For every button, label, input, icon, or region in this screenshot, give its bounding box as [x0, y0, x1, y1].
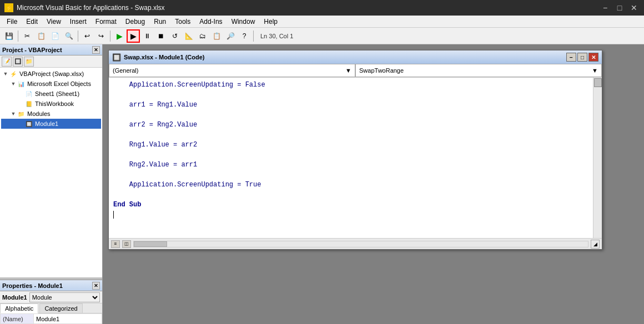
resize-handle[interactable]: ◢: [591, 240, 600, 249]
menu-edit[interactable]: Edit: [22, 16, 42, 27]
proj-view-code[interactable]: 📝: [2, 57, 12, 67]
code-win-restore[interactable]: □: [577, 53, 587, 62]
expand-icon-excel: ▼: [10, 80, 17, 87]
prop-name-label: (Name): [1, 314, 34, 324]
code-line: arr1 = Rng1.Value: [109, 100, 593, 110]
menu-addins[interactable]: Add-Ins: [195, 16, 227, 27]
tb-find[interactable]: 🔍: [62, 29, 76, 43]
code-window-controls: − □ ✕: [566, 53, 598, 62]
view-proc-btn[interactable]: ◫: [122, 240, 131, 248]
tb-stop[interactable]: ⏹: [154, 29, 168, 43]
code-line: Rng1.Value = arr2: [109, 140, 593, 150]
code-line: [109, 190, 593, 200]
tree-excel-label: Microsoft Excel Objects: [27, 80, 91, 87]
menu-help[interactable]: Help: [259, 16, 282, 27]
menu-window[interactable]: Window: [227, 16, 260, 27]
code-dropdown-left-text: (General): [113, 67, 138, 74]
code-editor[interactable]: Application.ScreenUpdating = False arr1 …: [109, 78, 593, 238]
tb-objectbrowser[interactable]: 🔎: [224, 29, 237, 43]
tb-help[interactable]: ?: [238, 29, 251, 43]
tb-projectexplorer[interactable]: 🗂: [196, 29, 209, 43]
code-dropdown-right-text: SwapTwoRange: [359, 67, 404, 74]
tb-undo[interactable]: ↩: [80, 29, 94, 43]
code-dropdowns: (General) ▼ SwapTwoRange ▼: [109, 64, 602, 78]
tree-vbaproject[interactable]: ▼ ⚡ VBAProject (Swap.xlsx): [1, 69, 101, 79]
prop-type-bar: Module1 Module: [0, 291, 102, 303]
code-window: 🔲 Swap.xlsx - Module1 (Code) − □ ✕ (Gene…: [108, 50, 602, 250]
tree-modules-label: Modules: [27, 110, 51, 117]
tb-sep1: [18, 31, 18, 42]
minimize-button[interactable]: −: [600, 2, 611, 13]
tree-sheet1[interactable]: ▶ 📄 Sheet1 (Sheet1): [1, 89, 101, 99]
view-code-btn[interactable]: ≡: [111, 240, 120, 248]
sheet-icon: 📄: [24, 90, 33, 98]
project-tree[interactable]: ▼ ⚡ VBAProject (Swap.xlsx) ▼ 📊 Microsoft…: [0, 68, 102, 277]
properties-panel-close[interactable]: ✕: [92, 282, 100, 290]
project-panel-title: Project - VBAProject: [2, 47, 62, 53]
tree-thisworkbook[interactable]: ▶ 📒 ThisWorkbook: [1, 99, 101, 109]
prop-name-value[interactable]: Module1: [34, 314, 102, 324]
code-scrollbar-v[interactable]: [593, 78, 602, 238]
folder-icon: 📁: [17, 110, 26, 118]
properties-panel: Properties - Module1 ✕ Module1 Module Al…: [0, 280, 102, 324]
code-window-title-text: Swap.xlsx - Module1 (Code): [124, 54, 204, 60]
tb-sep3: [110, 31, 110, 42]
code-line: [109, 150, 593, 160]
menu-run[interactable]: Run: [149, 16, 170, 27]
code-dropdown-right[interactable]: SwapTwoRange ▼: [355, 64, 602, 77]
close-button[interactable]: ✕: [628, 2, 640, 13]
tb-save[interactable]: 💾: [2, 29, 16, 43]
tb-redo[interactable]: ↪: [94, 29, 108, 43]
prop-table: (Name) Module1: [0, 313, 102, 324]
project-panel-titlebar: Project - VBAProject ✕: [0, 44, 102, 55]
tb-pause[interactable]: ⏸: [140, 29, 154, 43]
title-bar: ⚡ Microsoft Visual Basic for Application…: [0, 0, 644, 16]
project-panel-close[interactable]: ✕: [92, 46, 100, 54]
tree-module1-label: Module1: [35, 120, 58, 127]
menu-insert[interactable]: Insert: [66, 16, 91, 27]
prop-tab-categorized[interactable]: Categorized: [39, 303, 82, 313]
expand-icon-root: ▼: [2, 70, 9, 77]
tb-paste[interactable]: 📄: [48, 29, 62, 43]
code-line: arr2 = Rng2.Value: [109, 120, 593, 130]
workbook-icon: 📒: [24, 100, 33, 108]
tb-run-highlighted[interactable]: ▶: [127, 29, 140, 43]
cursor-position: Ln 30, Col 1: [260, 33, 293, 39]
prop-tab-alphabetic[interactable]: Alphabetic: [0, 303, 38, 313]
tb-copy[interactable]: 📋: [34, 29, 48, 43]
scrollbar-thumb-h: [134, 241, 167, 247]
main-area: Project - VBAProject ✕ 📝 🔲 📁 ▼ ⚡ VBAProj…: [0, 44, 644, 324]
code-win-minimize[interactable]: −: [566, 53, 576, 62]
excel-icon: 📊: [17, 80, 26, 88]
menu-debug[interactable]: Debug: [121, 16, 149, 27]
tb-cut[interactable]: ✂: [21, 29, 34, 43]
expand-icon-modules: ▼: [10, 110, 17, 117]
maximize-button[interactable]: □: [614, 2, 625, 13]
code-dropdown-left[interactable]: (General) ▼: [109, 64, 355, 77]
tb-reset[interactable]: ↺: [168, 29, 182, 43]
proj-toggle-folders[interactable]: 📁: [24, 57, 34, 67]
code-win-close[interactable]: ✕: [588, 53, 598, 62]
code-dropdown-left-arrow: ▼: [345, 67, 351, 74]
proj-view-object[interactable]: 🔲: [13, 57, 23, 67]
code-line: Application.ScreenUpdating = False: [109, 80, 593, 90]
tb-run[interactable]: ▶: [113, 29, 126, 43]
tree-module1[interactable]: ▶ 🔲 Module1: [1, 119, 101, 129]
tb-properties[interactable]: 📋: [210, 29, 223, 43]
menu-file[interactable]: File: [2, 16, 22, 27]
project-toolbar: 📝 🔲 📁: [0, 55, 102, 68]
menu-tools[interactable]: Tools: [170, 16, 195, 27]
properties-panel-titlebar: Properties - Module1 ✕: [0, 280, 102, 291]
tb-sep2: [78, 31, 78, 42]
tree-excel-objects[interactable]: ▼ 📊 Microsoft Excel Objects: [1, 79, 101, 89]
code-line: End Sub: [109, 200, 593, 210]
prop-object-name: Module1: [2, 294, 27, 301]
tree-root-label: VBAProject (Swap.xlsx): [19, 70, 84, 77]
menu-view[interactable]: View: [42, 16, 66, 27]
tree-modules[interactable]: ▼ 📁 Modules: [1, 109, 101, 119]
properties-panel-title: Properties - Module1: [2, 282, 63, 289]
prop-type-select[interactable]: Module: [29, 292, 100, 302]
menu-format[interactable]: Format: [91, 16, 121, 27]
tb-design[interactable]: 📐: [182, 29, 195, 43]
code-scrollbar-h[interactable]: [133, 241, 588, 247]
